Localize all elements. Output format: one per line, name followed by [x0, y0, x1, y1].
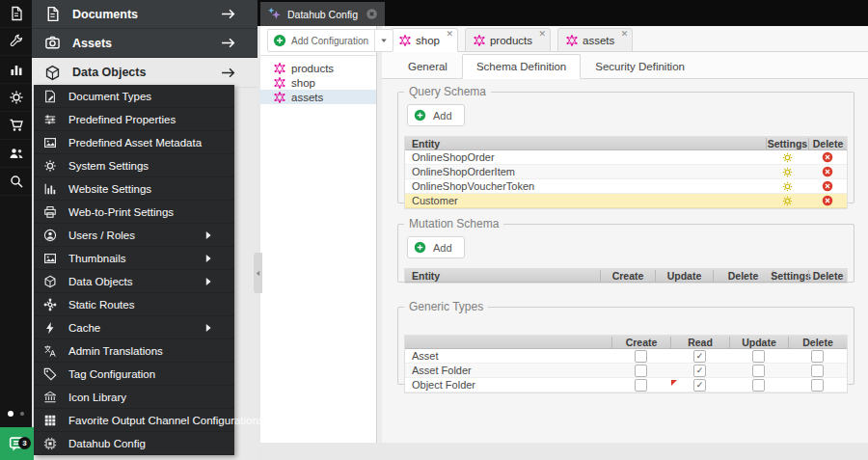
menu-item-predefined-asset-metadata[interactable]: Predefined Asset Metadata [34, 131, 234, 154]
delete-icon[interactable] [822, 151, 833, 163]
column-delete[interactable]: Delete [788, 337, 847, 348]
menu-item-data-objects[interactable]: Data Objects [34, 270, 234, 293]
tab-schema-definition[interactable]: Schema Definition [462, 54, 581, 79]
tab-products[interactable]: products ✕ [465, 28, 551, 52]
delete-checkbox[interactable] [811, 350, 824, 363]
table-row[interactable]: OnlineShopOrderItem [405, 165, 847, 179]
delete-checkbox[interactable] [811, 379, 824, 392]
workspace-tab-label: Datahub Config [287, 9, 358, 20]
column-create[interactable]: Create [611, 337, 670, 348]
menu-item-static-routes[interactable]: Static Routes [34, 293, 234, 316]
column-delete[interactable]: Delete [713, 270, 773, 282]
cart-icon [9, 118, 24, 133]
close-icon[interactable]: ✕ [539, 30, 547, 39]
arrow-right-icon [220, 65, 236, 81]
menu-item-document-types[interactable]: Document Types [34, 85, 234, 108]
close-icon[interactable] [366, 8, 378, 20]
column-read[interactable]: Read [670, 337, 729, 348]
tree-item-products[interactable]: products [260, 61, 376, 75]
graphql-icon [474, 35, 485, 46]
close-icon[interactable]: ✕ [446, 30, 453, 39]
mutation-schema-legend: Mutation Schema [404, 217, 503, 230]
settings-gear-icon[interactable] [782, 152, 793, 163]
menu-item-predefined-properties[interactable]: Predefined Properties [34, 108, 234, 131]
menu-item-admin-translations[interactable]: Admin Translations [34, 339, 234, 363]
notifications-button[interactable]: 3 [0, 427, 34, 460]
accordion-label: Assets [72, 37, 220, 50]
menu-item-tag-configuration[interactable]: Tag Configuration [34, 363, 234, 386]
tree-item-shop[interactable]: shop [260, 75, 376, 90]
bolt-icon [43, 321, 57, 335]
chart-icon [43, 182, 57, 196]
delete-checkbox[interactable] [811, 365, 824, 377]
tab-general[interactable]: General [393, 54, 462, 79]
create-checkbox[interactable] [635, 379, 647, 392]
menu-item-website-settings[interactable]: Website Settings [34, 177, 234, 201]
menu-item-thumbnails[interactable]: Thumbnails [34, 247, 234, 270]
delete-icon[interactable] [822, 180, 833, 192]
settings-gear-icon[interactable] [782, 181, 793, 192]
column-delete-action[interactable]: Delete [808, 270, 847, 282]
tree-item-assets[interactable]: assets [260, 90, 376, 104]
delete-icon[interactable] [822, 166, 833, 177]
column-delete[interactable]: Delete [808, 138, 847, 149]
dot-inactive[interactable] [20, 412, 24, 416]
settings-flyout-menu: Document Types Predefined Properties Pre… [34, 85, 234, 455]
pimcore-admin: 3 Documents Assets Data Objects Document… [0, 0, 868, 460]
add-configuration-button[interactable]: Add Configuration [267, 29, 393, 52]
column-create[interactable]: Create [600, 270, 655, 282]
column-update[interactable]: Update [729, 337, 788, 348]
nav-dots [0, 411, 32, 417]
sidebar-collapse-handle[interactable] [254, 253, 262, 293]
menu-item-datahub-config[interactable]: Datahub Config [34, 432, 234, 455]
users-strip-button[interactable] [0, 140, 32, 168]
column-settings[interactable]: Settings [766, 138, 808, 149]
tab-security-definition[interactable]: Security Definition [581, 54, 699, 79]
menu-item-system-settings[interactable]: System Settings [34, 154, 234, 177]
close-icon[interactable]: ✕ [621, 30, 629, 39]
tab-assets[interactable]: assets ✕ [557, 28, 633, 52]
graphql-icon [274, 63, 285, 74]
translate-icon [43, 344, 57, 358]
accordion-data-objects[interactable]: Data Objects [32, 58, 258, 88]
reports-strip-button[interactable] [0, 56, 32, 84]
read-checkbox[interactable] [693, 365, 706, 377]
search-strip-button[interactable] [0, 168, 32, 196]
menu-item-favorite-output-channels[interactable]: Favorite Output Channel Configurations [34, 409, 234, 432]
menu-item-users-roles[interactable]: Users / Roles [34, 224, 234, 247]
accordion-documents[interactable]: Documents [32, 0, 258, 29]
menu-item-cache[interactable]: Cache [34, 316, 234, 339]
column-entity[interactable]: Entity [405, 270, 600, 282]
table-row[interactable]: OnlineShopVoucherToken [405, 179, 847, 194]
menu-item-icon-library[interactable]: Icon Library [34, 386, 234, 409]
settings-gear-icon[interactable] [782, 167, 793, 177]
column-entity[interactable]: Entity [405, 138, 766, 149]
dot-active[interactable] [8, 411, 14, 417]
table-row-selected[interactable]: Customer [405, 194, 847, 208]
column-settings[interactable]: Settings [773, 270, 808, 282]
mutation-add-button[interactable]: Add [407, 236, 465, 258]
plus-icon [273, 34, 286, 47]
update-checkbox[interactable] [752, 365, 765, 377]
query-add-button[interactable]: Add [407, 104, 465, 126]
accordion-assets[interactable]: Assets [32, 29, 258, 58]
documents-strip-button[interactable] [0, 0, 32, 28]
add-configuration-dropdown[interactable] [374, 30, 393, 51]
column-update[interactable]: Update [655, 270, 713, 282]
settings-strip-button[interactable] [0, 84, 32, 112]
menu-item-web-to-print[interactable]: Web-to-Print Settings [34, 201, 234, 224]
read-checkbox[interactable] [693, 379, 706, 392]
create-checkbox[interactable] [635, 365, 647, 377]
tab-datahub-config[interactable]: Datahub Config [260, 2, 385, 26]
ecommerce-strip-button[interactable] [0, 112, 32, 140]
table-row[interactable]: OnlineShopOrder [405, 150, 847, 165]
settings-gear-icon[interactable] [782, 196, 793, 206]
graphql-icon [274, 77, 285, 89]
update-checkbox[interactable] [752, 350, 765, 363]
read-checkbox[interactable] [693, 350, 706, 363]
create-checkbox[interactable] [635, 350, 647, 363]
delete-icon[interactable] [822, 195, 833, 206]
tab-shop[interactable]: shop ✕ [391, 28, 458, 52]
tools-strip-button[interactable] [0, 28, 32, 56]
update-checkbox[interactable] [752, 379, 765, 392]
